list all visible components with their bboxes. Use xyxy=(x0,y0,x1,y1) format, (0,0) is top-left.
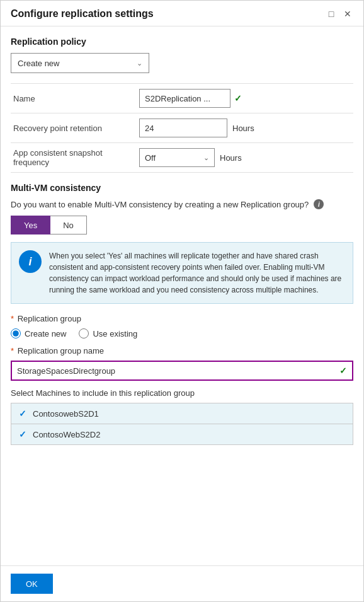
snapshot-dropdown[interactable]: Off ⌄ xyxy=(139,148,215,167)
form-fields-table: Name ✓ Recovery point retention Hours xyxy=(11,83,353,173)
snapshot-chevron-icon: ⌄ xyxy=(203,154,209,162)
footer: OK xyxy=(1,565,363,601)
yes-button[interactable]: Yes xyxy=(11,216,50,234)
replication-policy-row: Create new ⌄ xyxy=(11,53,353,73)
name-field-container: ✓ xyxy=(139,89,351,108)
close-button[interactable]: ✕ xyxy=(342,8,353,20)
recovery-label: Recovery point retention xyxy=(11,113,137,143)
recovery-field-row: Hours xyxy=(139,119,351,137)
snapshot-unit: Hours xyxy=(220,153,242,163)
minimize-button[interactable]: □ xyxy=(326,8,337,20)
required-star-name: * xyxy=(11,346,14,356)
machine-name-1: ContosowebS2D1 xyxy=(33,409,99,419)
machine-row: ✓ ContosowebS2D1 xyxy=(11,403,353,424)
window-controls: □ ✕ xyxy=(326,8,353,20)
snapshot-dropdown-value: Off xyxy=(145,153,156,163)
machine-check-icon-1: ✓ xyxy=(19,408,26,419)
radio-group: Create new Use existing xyxy=(11,328,353,339)
machine-name-2: ContosoWebS2D2 xyxy=(33,430,100,439)
info-box: i When you select 'Yes' all machines wil… xyxy=(11,242,353,304)
name-input[interactable] xyxy=(139,89,230,108)
name-checkmark: ✓ xyxy=(234,93,242,103)
group-name-label-row: * Replication group name xyxy=(11,346,353,356)
multi-vm-question-row: Do you want to enable Multi-VM consisten… xyxy=(11,199,353,209)
recovery-row: Recovery point retention Hours xyxy=(11,113,353,143)
name-label: Name xyxy=(11,84,137,113)
required-star-group: * xyxy=(11,314,14,323)
window-title: Configure replication settings xyxy=(11,8,154,20)
use-existing-radio[interactable] xyxy=(79,328,89,339)
replication-policy-dropdown[interactable]: Create new ⌄ xyxy=(11,53,149,73)
create-new-radio[interactable] xyxy=(11,328,21,339)
group-name-input[interactable] xyxy=(17,362,339,379)
create-new-option[interactable]: Create new xyxy=(11,328,66,339)
multi-vm-section: Multi-VM consistency Do you want to enab… xyxy=(11,183,353,445)
create-new-label: Create new xyxy=(25,329,66,339)
group-name-label: Replication group name xyxy=(18,346,104,356)
machine-list: ✓ ContosowebS2D1 ✓ ContosoWebS2D2 xyxy=(11,403,353,445)
snapshot-label: App consistent snapshot frequency xyxy=(11,143,137,173)
group-name-container: ✓ xyxy=(11,361,353,381)
yes-no-group: Yes No xyxy=(11,216,353,234)
multi-vm-question: Do you want to enable Multi-VM consisten… xyxy=(11,200,309,209)
machines-label: Select Machines to include in this repli… xyxy=(11,388,353,398)
snapshot-field-row: Off ⌄ Hours xyxy=(139,148,351,167)
replication-group-label: Replication group xyxy=(18,314,81,323)
ok-button[interactable]: OK xyxy=(11,574,53,594)
recovery-unit: Hours xyxy=(232,124,254,133)
machine-row: ✓ ContosoWebS2D2 xyxy=(11,424,353,444)
replication-group-label-row: * Replication group xyxy=(11,314,353,323)
multi-vm-title: Multi-VM consistency xyxy=(11,183,353,193)
snapshot-row: App consistent snapshot frequency Off ⌄ … xyxy=(11,143,353,173)
replication-policy-section-title: Replication policy xyxy=(11,37,353,47)
machine-check-icon-2: ✓ xyxy=(19,429,26,439)
chevron-down-icon: ⌄ xyxy=(137,59,142,67)
use-existing-label: Use existing xyxy=(93,329,137,339)
info-box-text: When you select 'Yes' all machines will … xyxy=(49,250,345,296)
no-button[interactable]: No xyxy=(50,216,87,234)
info-circle-icon: i xyxy=(19,250,42,273)
info-icon[interactable]: i xyxy=(314,199,324,209)
recovery-input[interactable] xyxy=(139,119,227,137)
title-bar: Configure replication settings □ ✕ xyxy=(1,1,363,26)
main-content: Replication policy Create new ⌄ Name ✓ xyxy=(1,26,363,565)
group-name-checkmark: ✓ xyxy=(339,366,347,376)
use-existing-option[interactable]: Use existing xyxy=(79,328,137,339)
replication-policy-dropdown-value: Create new xyxy=(18,59,59,68)
name-row: Name ✓ xyxy=(11,84,353,113)
